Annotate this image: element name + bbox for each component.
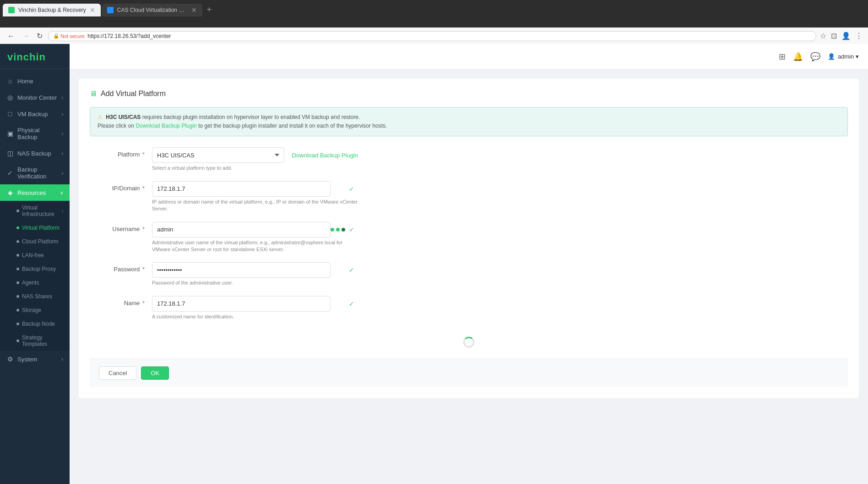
cancel-button[interactable]: Cancel	[99, 366, 136, 380]
monitor-icon: ◎	[6, 94, 14, 101]
nas-backup-icon: ◫	[6, 150, 14, 157]
name-input[interactable]	[152, 296, 331, 312]
physical-arrow: ›	[62, 131, 63, 136]
name-label: Name *	[90, 296, 145, 307]
ip-domain-label: IP/Domain *	[90, 181, 145, 192]
form-card: 🖥 Add Virtual Platform ⚠ H3C UIS/CAS req…	[79, 79, 859, 398]
sidebar-item-system[interactable]: ⚙ System ‹	[0, 351, 70, 367]
resources-icon: ◈	[6, 189, 14, 196]
cloud-platform-label: Cloud Platform	[22, 238, 58, 245]
tab-close-2[interactable]: ✕	[191, 6, 197, 14]
tab-favicon-2	[107, 7, 114, 13]
home-icon: ⌂	[6, 77, 14, 85]
forward-button[interactable]: →	[20, 31, 31, 41]
form-title-bar: 🖥 Add Virtual Platform	[90, 90, 848, 98]
sidebar-item-label-resources: Resources	[17, 189, 56, 196]
username-input-wrap: ✓	[152, 222, 358, 237]
sidebar-item-label-physical: Physical Backup	[17, 127, 58, 140]
alert-text3: Please click on	[98, 123, 136, 129]
cloud-platform-dot	[16, 240, 19, 243]
sidebar-item-monitor[interactable]: ◎ Monitor Center ›	[0, 89, 70, 106]
username-hint: Administrative user name of the virtual …	[152, 239, 358, 253]
grid-icon[interactable]: ⊞	[779, 52, 786, 62]
chat-icon[interactable]: 💬	[810, 52, 820, 62]
sidebar-item-nas-backup[interactable]: ◫ NAS Backup ›	[0, 145, 70, 161]
sidebar-item-storage[interactable]: Storage	[0, 303, 70, 317]
alert-text2: requires backup plugin installation on h…	[142, 114, 360, 120]
agents-label: Agents	[22, 280, 39, 286]
name-field-row: Name * ✓ A customized name for identific…	[90, 296, 848, 320]
platform-field-wrap: H3C UIS/CAS VMware vCenter VMware ESXi C…	[152, 147, 358, 172]
sidebar-item-label-home: Home	[17, 78, 63, 85]
ok-button[interactable]: OK	[141, 366, 169, 380]
sidebar-item-virtual-infra[interactable]: Virtual Infrastructure ›	[0, 201, 70, 221]
virtual-platform-dot	[16, 226, 19, 229]
platform-select[interactable]: H3C UIS/CAS VMware vCenter VMware ESXi C…	[152, 147, 284, 163]
sidebar-item-virtual-platform[interactable]: Virtual Platform	[0, 221, 70, 235]
sidebar-item-backup-verify[interactable]: ✓ Backup Verification ›	[0, 161, 70, 184]
password-input-wrap: ✓	[152, 262, 358, 278]
sidebar-item-agents[interactable]: Agents	[0, 276, 70, 290]
user-label: admin ▾	[838, 53, 859, 60]
sidebar-item-home[interactable]: ⌂ Home	[0, 73, 70, 89]
nas-shares-label: NAS Shares	[22, 293, 52, 300]
page-content: 🖥 Add Virtual Platform ⚠ H3C UIS/CAS req…	[70, 70, 868, 484]
sidebar-item-nas-shares[interactable]: NAS Shares	[0, 290, 70, 303]
new-tab-button[interactable]: +	[203, 5, 216, 15]
monitor-arrow: ›	[62, 95, 63, 100]
tab-close-1[interactable]: ✕	[90, 6, 95, 14]
alert-download-link[interactable]: Download Backup Plugin	[136, 123, 196, 129]
virtual-infra-arrow: ›	[62, 209, 63, 214]
browser-chrome: Vinchin Backup & Recovery ✕ CAS Cloud Vi…	[0, 0, 868, 27]
name-field-wrap: ✓ A customized name for identification.	[152, 296, 358, 320]
sidebar-item-cloud-platform[interactable]: Cloud Platform	[0, 235, 70, 248]
bookmark-icon[interactable]: ☆	[820, 32, 826, 40]
sidebar-item-physical-backup[interactable]: ▣ Physical Backup ›	[0, 122, 70, 145]
sidebar-item-vm-backup[interactable]: □ VM Backup ›	[0, 106, 70, 122]
username-input[interactable]	[152, 222, 331, 237]
sidebar-item-resources[interactable]: ◈ Resources ∨	[0, 184, 70, 201]
password-input[interactable]	[152, 262, 331, 278]
ip-domain-input[interactable]	[152, 181, 331, 197]
browser-tab-2[interactable]: CAS Cloud Virtualization Manag... ✕	[102, 4, 202, 16]
user-menu[interactable]: 👤 admin ▾	[828, 53, 859, 60]
dot-1	[331, 228, 334, 231]
sidebar-item-label-nas: NAS Backup	[17, 150, 58, 157]
sidebar-item-backup-node[interactable]: Backup Node	[0, 317, 70, 331]
username-valid-icon: ✓	[349, 226, 354, 233]
logo-text: vinchin	[7, 51, 46, 63]
platform-field-row: Platform * H3C UIS/CAS VMware vCenter VM…	[90, 147, 848, 172]
dot-3	[342, 228, 345, 231]
bell-icon[interactable]: 🔔	[793, 52, 803, 62]
more-icon[interactable]: ⋮	[855, 32, 863, 40]
browser-toolbar: ← → ↻ 🔒 Not secure https://172.18.26.53/…	[0, 27, 868, 44]
backup-proxy-label: Backup Proxy	[22, 266, 56, 272]
storage-dot	[16, 309, 19, 312]
address-bar[interactable]: 🔒 Not secure https://172.18.26.53/?add_v…	[48, 31, 816, 41]
sidebar-item-backup-proxy[interactable]: Backup Proxy	[0, 262, 70, 276]
username-label: Username *	[90, 222, 145, 232]
browser-tab-1[interactable]: Vinchin Backup & Recovery ✕	[3, 4, 101, 16]
lan-free-label: LAN-free	[22, 252, 44, 258]
backup-verify-icon: ✓	[6, 169, 14, 177]
sidebar-logo: vinchin	[0, 44, 70, 69]
virtual-infra-dot	[16, 210, 19, 212]
password-valid-icon: ✓	[349, 266, 354, 274]
user-icon: 👤	[828, 53, 835, 60]
browser-tabs: Vinchin Backup & Recovery ✕ CAS Cloud Vi…	[0, 0, 868, 16]
insecure-indicator: 🔒 Not secure	[53, 33, 85, 39]
ip-domain-hint: IP address or domain name of the virtual…	[152, 199, 358, 213]
sidebar-item-lan-free[interactable]: LAN-free	[0, 248, 70, 262]
storage-label: Storage	[22, 307, 41, 313]
url-text: https://172.18.26.53/?add_vcenter	[87, 33, 171, 39]
download-plugin-link[interactable]: Download Backup Plugin	[292, 152, 358, 159]
extension-icon[interactable]: ⊡	[831, 32, 837, 40]
page-title: Add Virtual Platform	[101, 90, 166, 98]
tab-favicon-1	[8, 7, 15, 13]
sidebar-item-strategy-templates[interactable]: Strategy Templates	[0, 331, 70, 351]
name-input-wrap: ✓	[152, 296, 358, 312]
back-button[interactable]: ←	[5, 31, 16, 41]
nas-shares-dot	[16, 295, 19, 298]
reload-button[interactable]: ↻	[35, 31, 44, 41]
profile-icon[interactable]: 👤	[841, 32, 851, 40]
